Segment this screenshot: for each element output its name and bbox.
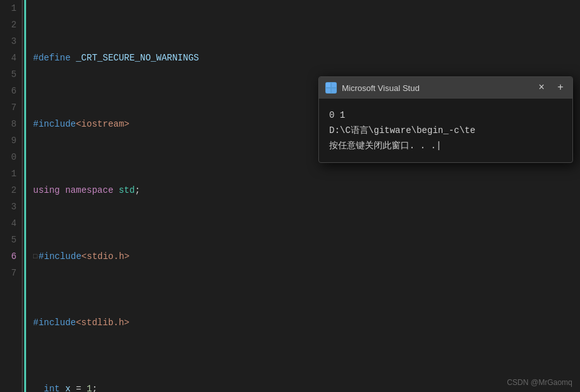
line-num-1: 1 xyxy=(0,0,17,17)
popup-expand-button[interactable]: + xyxy=(555,82,566,94)
line-num-7: 7 xyxy=(0,99,17,116)
code-line-6: int x = 1; xyxy=(33,381,580,392)
line-num-4: 4 xyxy=(0,50,17,66)
line-num-2: 2 xyxy=(0,17,17,33)
popup-output-line-1: 0 1 xyxy=(329,108,562,123)
line-num-9: 9 xyxy=(0,132,17,149)
watermark: CSDN @MrGaomq xyxy=(507,378,572,387)
line-num-14: 4 xyxy=(0,215,17,232)
line-numbers: 1 2 3 4 5 6 7 8 9 0 1 2 3 4 5 6 7 xyxy=(0,0,23,392)
code-text: #include<stdio.h> xyxy=(39,248,130,265)
code-text: using namespace std; xyxy=(33,182,140,199)
code-text: int x = 1; xyxy=(33,381,97,392)
popup-output-body: 0 1 D:\C语言\gitware\begin_-c\te 按任意键关闭此窗口… xyxy=(319,99,572,162)
line-num-13: 3 xyxy=(0,199,17,215)
popup-title: Microsoft Visual Stud xyxy=(342,83,531,93)
collapse-icon-4[interactable]: □ xyxy=(33,248,38,265)
line-num-10: 0 xyxy=(0,149,17,165)
svg-rect-0 xyxy=(326,83,330,87)
code-line-3: using namespace std; xyxy=(33,182,580,199)
popup-close-button[interactable]: × xyxy=(536,82,548,94)
editor-accent-bar xyxy=(24,0,26,392)
popup-titlebar: Microsoft Visual Stud × + xyxy=(319,77,572,99)
line-num-11: 1 xyxy=(0,165,17,182)
code-text: #include<iostream> xyxy=(33,116,129,132)
line-num-6: 6 xyxy=(0,83,17,99)
svg-rect-1 xyxy=(332,83,336,87)
line-num-15: 5 xyxy=(0,232,17,248)
line-num-12: 2 xyxy=(0,182,17,199)
code-text: #include<stdlib.h> xyxy=(33,314,129,331)
svg-rect-3 xyxy=(332,88,336,93)
line-num-16: 6 xyxy=(0,248,17,265)
popup-app-icon xyxy=(325,82,337,94)
code-line-1: #define _CRT_SECURE_NO_WARNINGS xyxy=(33,50,580,66)
code-text: #define _CRT_SECURE_NO_WARNINGS xyxy=(33,50,199,66)
popup-window: Microsoft Visual Stud × + 0 1 D:\C语言\git… xyxy=(318,76,573,163)
line-num-3: 3 xyxy=(0,33,17,50)
line-num-17: 7 xyxy=(0,265,17,281)
code-content: #define _CRT_SECURE_NO_WARNINGS #include… xyxy=(23,0,580,392)
editor-area: 1 2 3 4 5 6 7 8 9 0 1 2 3 4 5 6 7 #defin… xyxy=(0,0,580,392)
line-num-5: 5 xyxy=(0,66,17,83)
popup-output-line-3: 按任意键关闭此窗口. . .| xyxy=(329,138,562,153)
line-num-8: 8 xyxy=(0,116,17,132)
code-line-4: □#include<stdio.h> xyxy=(33,248,580,265)
svg-rect-2 xyxy=(326,88,330,93)
popup-output-line-2: D:\C语言\gitware\begin_-c\te xyxy=(329,123,562,138)
code-line-5: #include<stdlib.h> xyxy=(33,314,580,331)
